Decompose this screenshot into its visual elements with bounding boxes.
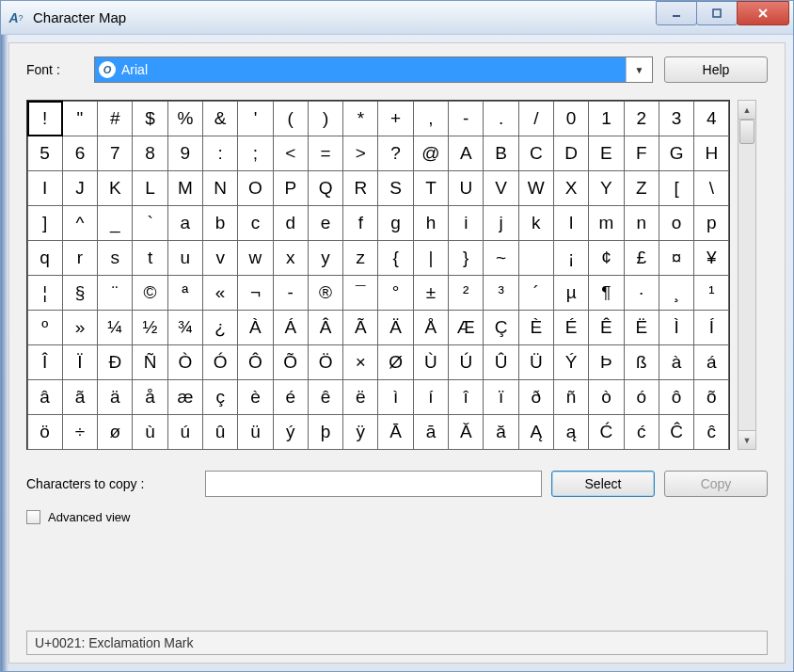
- char-cell[interactable]: /: [518, 101, 554, 136]
- char-cell[interactable]: <: [273, 136, 309, 171]
- char-cell[interactable]: û: [202, 414, 238, 450]
- char-cell[interactable]: ç: [202, 379, 238, 415]
- char-cell[interactable]: Ă: [448, 414, 484, 450]
- char-cell[interactable]: Ì: [659, 310, 694, 345]
- char-cell[interactable]: ×: [342, 344, 378, 380]
- char-cell[interactable]: Î: [27, 344, 63, 380]
- char-cell[interactable]: s: [97, 240, 133, 276]
- char-cell[interactable]: §: [62, 275, 98, 311]
- char-cell[interactable]: Q: [308, 170, 343, 206]
- char-cell[interactable]: Ã: [342, 310, 378, 345]
- char-cell[interactable]: ·: [624, 275, 659, 311]
- char-cell[interactable]: Ò: [167, 344, 203, 380]
- char-cell[interactable]: A: [448, 136, 484, 171]
- char-cell[interactable]: ì: [377, 379, 413, 415]
- char-cell[interactable]: è: [237, 379, 273, 415]
- char-cell[interactable]: ½: [132, 310, 167, 345]
- char-cell[interactable]: g: [377, 205, 413, 241]
- char-cell[interactable]: ß: [624, 344, 659, 380]
- char-cell[interactable]: D: [553, 136, 589, 171]
- char-cell[interactable]: ï: [483, 379, 518, 415]
- vertical-scrollbar[interactable]: ▲ ▼: [738, 100, 756, 450]
- char-cell[interactable]: 4: [693, 101, 729, 136]
- char-cell[interactable]: C: [518, 136, 554, 171]
- char-cell[interactable]: -: [448, 101, 484, 136]
- char-cell[interactable]: i: [448, 205, 484, 241]
- char-cell[interactable]: æ: [167, 379, 203, 415]
- char-cell[interactable]: Ą: [518, 414, 554, 450]
- char-cell[interactable]: Û: [483, 344, 518, 380]
- char-cell[interactable]: Ā: [377, 414, 413, 450]
- char-cell[interactable]: V: [483, 170, 518, 206]
- char-cell[interactable]: ¥: [693, 240, 729, 276]
- char-cell[interactable]: ò: [588, 379, 624, 415]
- char-cell[interactable]: W: [518, 170, 554, 206]
- char-cell[interactable]: +: [377, 101, 413, 136]
- char-cell[interactable]: ^: [62, 205, 98, 241]
- close-button[interactable]: [737, 1, 789, 25]
- char-cell[interactable]: ä: [97, 379, 133, 415]
- char-cell[interactable]: (: [273, 101, 309, 136]
- char-cell[interactable]: å: [132, 379, 167, 415]
- char-cell[interactable]: à: [659, 344, 694, 380]
- char-cell[interactable]: ¨: [97, 275, 133, 311]
- char-cell[interactable]: Í: [693, 310, 729, 345]
- char-cell[interactable]: ê: [308, 379, 343, 415]
- char-cell[interactable]: ¬: [237, 275, 273, 311]
- char-cell[interactable]: *: [342, 101, 378, 136]
- char-cell[interactable]: z: [342, 240, 378, 276]
- char-cell[interactable]: ¼: [97, 310, 133, 345]
- char-cell[interactable]: T: [413, 170, 449, 206]
- char-cell[interactable]: Ç: [483, 310, 518, 345]
- char-cell[interactable]: Ý: [553, 344, 589, 380]
- char-cell[interactable]: °: [377, 275, 413, 311]
- char-cell[interactable]: ø: [97, 414, 133, 450]
- char-cell[interactable]: ]: [27, 205, 63, 241]
- char-cell[interactable]: m: [588, 205, 624, 241]
- char-cell[interactable]: ': [237, 101, 273, 136]
- char-cell[interactable]: ": [62, 101, 98, 136]
- char-cell[interactable]: É: [553, 310, 589, 345]
- char-cell[interactable]: 2: [624, 101, 659, 136]
- char-cell[interactable]: ó: [624, 379, 659, 415]
- char-cell[interactable]: :: [202, 136, 238, 171]
- char-cell[interactable]: 5: [27, 136, 63, 171]
- char-cell[interactable]: ¯: [342, 275, 378, 311]
- char-cell[interactable]: Å: [413, 310, 449, 345]
- char-cell[interactable]: q: [27, 240, 63, 276]
- char-cell[interactable]: ±: [413, 275, 449, 311]
- char-cell[interactable]: N: [202, 170, 238, 206]
- char-cell[interactable]: ´: [518, 275, 554, 311]
- characters-to-copy-input[interactable]: [205, 471, 542, 497]
- char-cell[interactable]: r: [62, 240, 98, 276]
- char-cell[interactable]: _: [97, 205, 133, 241]
- char-cell[interactable]: ĉ: [693, 414, 729, 450]
- scroll-down-button[interactable]: ▼: [738, 430, 755, 449]
- char-cell[interactable]: ć: [624, 414, 659, 450]
- char-cell[interactable]: v: [202, 240, 238, 276]
- char-cell[interactable]: j: [483, 205, 518, 241]
- char-cell[interactable]: ¸: [659, 275, 694, 311]
- char-cell[interactable]: Ć: [588, 414, 624, 450]
- char-cell[interactable]: Ü: [518, 344, 554, 380]
- char-cell[interactable]: ö: [27, 414, 63, 450]
- char-cell[interactable]: Ö: [308, 344, 343, 380]
- char-cell[interactable]: 6: [62, 136, 98, 171]
- char-cell[interactable]: ā: [413, 414, 449, 450]
- char-cell[interactable]: E: [588, 136, 624, 171]
- char-cell[interactable]: Ä: [377, 310, 413, 345]
- char-cell[interactable]: U: [448, 170, 484, 206]
- char-cell[interactable]: f: [342, 205, 378, 241]
- char-cell[interactable]: ©: [132, 275, 167, 311]
- char-cell[interactable]: I: [27, 170, 63, 206]
- char-cell[interactable]: e: [308, 205, 343, 241]
- char-cell[interactable]: w: [237, 240, 273, 276]
- char-cell[interactable]: c: [237, 205, 273, 241]
- char-cell[interactable]: ð: [518, 379, 554, 415]
- char-cell[interactable]: ¾: [167, 310, 203, 345]
- char-cell[interactable]: n: [624, 205, 659, 241]
- char-cell[interactable]: ¦: [27, 275, 63, 311]
- char-cell[interactable]: Õ: [273, 344, 309, 380]
- char-cell[interactable]: S: [377, 170, 413, 206]
- char-cell[interactable]: Ø: [377, 344, 413, 380]
